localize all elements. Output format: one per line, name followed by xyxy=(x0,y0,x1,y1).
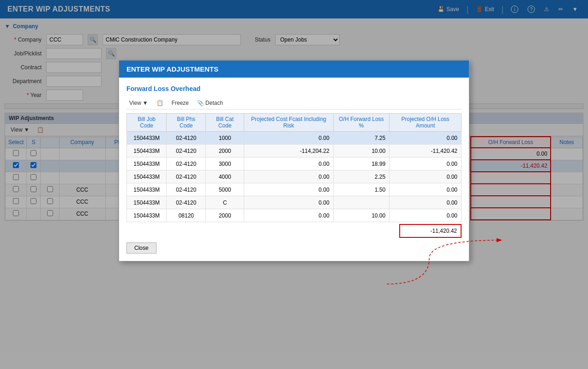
modal-close-button[interactable]: Close xyxy=(126,242,156,254)
modal-table-row: 1504433M02-41202000-114,204.2210.00-11,4… xyxy=(127,145,462,157)
modal-toolbar: View ▼ 📋 Freeze 📎 Detach xyxy=(126,97,462,109)
modal-col-proj-oh-header: Projected O/H Loss Amount xyxy=(390,114,462,132)
modal-total-row: -11,420.42 xyxy=(126,224,461,237)
modal-view-button[interactable]: View ▼ xyxy=(126,99,151,107)
modal-table-row: 1504433M0812020000.0010.000.00 xyxy=(127,209,462,222)
modal-header: ENTER WIP ADJUSTMENTS xyxy=(119,60,469,78)
modal-body: Forward Loss Overhead View ▼ 📋 Freeze 📎 … xyxy=(119,78,469,261)
modal-table-row: 1504433M02-412010000.007.250.00 xyxy=(127,132,462,145)
modal-table-row: 1504433M02-412030000.0018.990.00 xyxy=(127,157,462,170)
modal-col-bill-job-code-header: Bill Job Code xyxy=(127,114,167,132)
modal-col-oh-pct-header: O/H Forward Loss % xyxy=(333,114,389,132)
modal-freeze-button[interactable]: Freeze xyxy=(169,99,192,107)
modal-table: Bill Job Code Bill Phs Code Bill Cat Cod… xyxy=(126,113,462,222)
modal-detach-button[interactable]: 📎 Detach xyxy=(194,99,226,107)
modal-export-icon: 📋 xyxy=(156,100,163,106)
modal-export-button[interactable]: 📋 xyxy=(154,99,166,107)
modal-total-row-container: -11,420.42 xyxy=(126,224,462,238)
modal-col-proj-cost-header: Projected Cost Fcast Including Risk xyxy=(244,114,334,132)
modal-detach-icon: 📎 xyxy=(197,100,204,106)
modal-total-table: -11,420.42 xyxy=(126,224,462,238)
modal-col-bill-cat-code-header: Bill Cat Code xyxy=(206,114,244,132)
modal-section-title: Forward Loss Overhead xyxy=(126,85,462,92)
modal-overlay: ENTER WIP ADJUSTMENTS Forward Loss Overh… xyxy=(0,0,588,369)
modal-total-value: -11,420.42 xyxy=(400,224,461,237)
modal-table-row: 1504433M02-4120C0.000.00 xyxy=(127,196,462,209)
modal-table-row: 1504433M02-412040000.002.250.00 xyxy=(127,170,462,183)
modal-view-dropdown-icon: ▼ xyxy=(143,100,148,106)
modal: ENTER WIP ADJUSTMENTS Forward Loss Overh… xyxy=(119,60,469,261)
modal-col-bill-phs-code-header: Bill Phs Code xyxy=(167,114,206,132)
modal-table-row: 1504433M02-412050000.001.500.00 xyxy=(127,183,462,196)
